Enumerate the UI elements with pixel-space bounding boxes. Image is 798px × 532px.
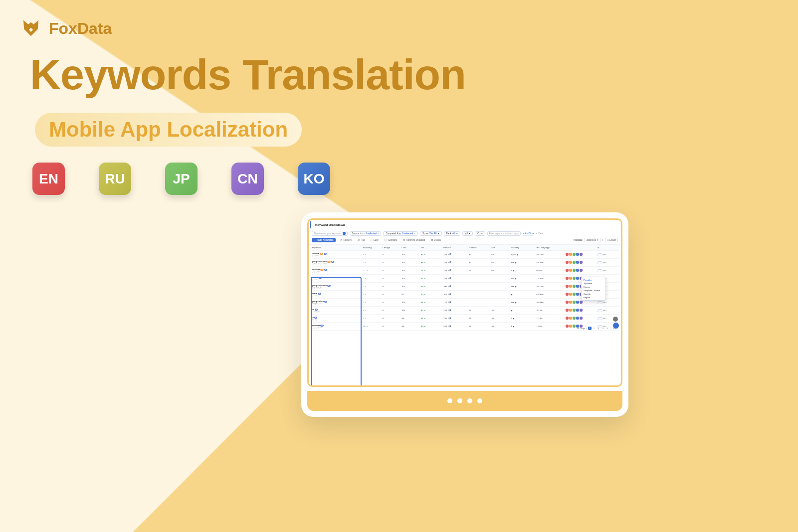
track-button[interactable]: + Track Keywords: [312, 238, 336, 242]
filter-rank[interactable]: Rank All ▾: [444, 231, 460, 236]
chat-fab[interactable]: [613, 323, 619, 329]
pagination[interactable]: 10 / page ‹ 1 2 3 4 5 ... 552 ›: [577, 327, 618, 330]
dd-chinese[interactable]: Simplified Chinese: [583, 289, 604, 292]
dd-english[interactable]: English: [583, 296, 604, 299]
table-row[interactable]: browser S Bブラウザ17 ↗010073 ▲249 ↗ ☰30604 …: [311, 267, 619, 275]
headline: Keywords Translation: [30, 50, 466, 99]
table-row[interactable]: google chrome B谷歌浏览器1 ↗010069 ▲100 ↗ ☰18…: [311, 283, 619, 291]
table-row[interactable]: chrom Bクロム1 ↗010067 ▲249 ↗ ☰134 ◉17.34%……: [311, 275, 619, 283]
action-tabs: + Track Keywords ✕ Remove 🏷 Tag ⎘ Copy ◫…: [309, 237, 621, 245]
table-row[interactable]: tv Bテレビ7 ↗09961 ▲210 ↗ ☰35450 ◉1.13%… ⟳ …: [311, 315, 619, 323]
translate-dropdown[interactable]: Provider Japanese Korean Simplified Chin…: [581, 277, 606, 301]
copy-tab[interactable]: ⎘ Copy: [369, 238, 380, 242]
filter-row: Please enter your keywords Source Auto 1…: [309, 230, 621, 237]
filter-competed[interactable]: Competed Auto 0 selected ×: [383, 231, 417, 236]
translate-label: Translate: [573, 239, 583, 241]
lang-cn: CN: [231, 163, 264, 195]
brand: FoxData: [20, 17, 112, 39]
remove-tab[interactable]: ✕ Remove: [339, 238, 353, 242]
section-title: Keyword Breakdown: [310, 221, 619, 228]
monitor: Keyword Breakdown Please enter your keyw…: [301, 212, 628, 417]
export-button[interactable]: ⇩ Export: [605, 238, 618, 242]
brand-text: FoxData: [49, 19, 112, 38]
clear-filters[interactable]: × Clear: [536, 232, 544, 235]
text-filter[interactable]: Filter keywords with text input: [487, 231, 521, 236]
lang-ru: RU: [99, 163, 131, 195]
filter-source[interactable]: Source Auto 1 selected ×: [350, 231, 382, 236]
table-row[interactable]: chrome S Bクローム3 ↗010087 ▲249 ↗ ☰81641,56…: [311, 251, 619, 259]
optimize-tab[interactable]: ⚙ Optimize Metadata: [401, 238, 426, 242]
table-row[interactable]: google chrome S Bグーグルクローム1 ↗010083 ▲249 …: [311, 259, 619, 267]
add-time[interactable]: + Add Time: [523, 232, 534, 235]
filter-cp[interactable]: Cp ▾: [475, 231, 485, 236]
filter-vol[interactable]: Vol ▾: [462, 231, 473, 236]
tag-tab[interactable]: 🏷 Tag: [356, 238, 366, 242]
table-row[interactable]: browser Bブラウザー26 ↗09460 ▲249 ↗ ☰34464 ◉1…: [311, 323, 619, 331]
table-row[interactable]: google chro BGoogle クロ…1 ↗010044 ▲114 ↗ …: [311, 299, 619, 307]
dd-spanish[interactable]: Spanish: [583, 292, 604, 296]
monitor-chin: [307, 391, 622, 411]
language-badges: EN RU JP CN KO: [32, 163, 330, 195]
scroll-top-fab[interactable]: [613, 317, 618, 322]
app-screenshot: Keyword Breakdown Please enter your keyw…: [307, 218, 622, 387]
table-row[interactable]: uc Bユーシー3 ↗010062 ▲249 ↗ ☰3946 ◉3.14%… ⟳…: [311, 307, 619, 315]
subtitle: Mobile App Localization: [35, 113, 302, 147]
table-row[interactable]: brave Bブレイブ1 ↗09140 ▲164 ↗ ☰ ◉67.96%… ⟳ …: [311, 291, 619, 299]
filter-score[interactable]: Score The All ▾: [420, 231, 442, 236]
dd-japanese[interactable]: Japanese: [583, 282, 604, 285]
lang-jp: JP: [165, 163, 198, 195]
search-icon[interactable]: [343, 232, 346, 235]
compare-tab[interactable]: ◫ Compare: [383, 238, 399, 242]
dd-korean[interactable]: Korean: [583, 285, 604, 289]
fox-icon: [20, 17, 42, 39]
translate-select[interactable]: Japanese ▾: [585, 238, 600, 242]
keyword-table: KeywordRunningChange CostVolResults Chan…: [311, 245, 619, 331]
search-input[interactable]: Please enter your keywords: [312, 231, 348, 236]
table-header: KeywordRunningChange CostVolResults Chan…: [311, 245, 619, 251]
lang-ko: KO: [298, 163, 330, 195]
lang-en: EN: [32, 163, 65, 195]
details-tab[interactable]: ☰ Details: [429, 238, 442, 242]
